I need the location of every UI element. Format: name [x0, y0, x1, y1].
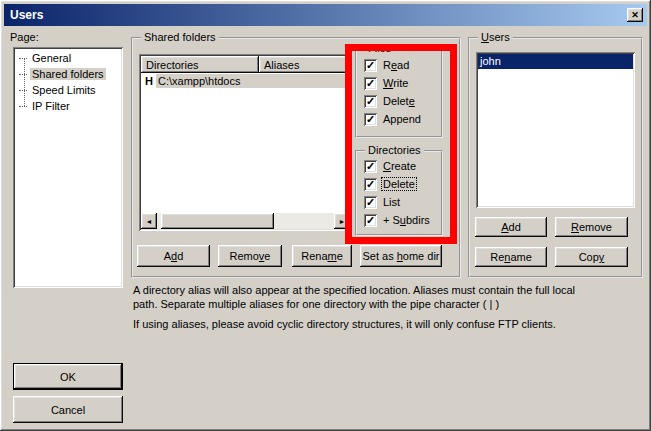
shared-folders-listview: Directories Aliases H C:\xampp\htdocs ◄ …	[139, 54, 352, 231]
cyclic-note: If using aliases, please avoid cyclic di…	[133, 317, 625, 331]
users-list: john	[476, 52, 635, 208]
button-label: Add	[164, 250, 184, 262]
title-bar[interactable]: Users ✕	[4, 4, 647, 26]
tree-stub-icon	[19, 106, 27, 107]
page-label: Page:	[10, 31, 39, 43]
users-group-label: Users	[478, 31, 513, 43]
rename-folder-button[interactable]: Rename	[292, 245, 352, 267]
tree-stub-icon	[19, 58, 27, 59]
ok-button[interactable]: OK	[13, 363, 123, 390]
listview-header: Directories Aliases	[141, 56, 350, 73]
window-title: Users	[10, 8, 627, 22]
users-dialog: Users ✕ Page: General Shared folders Spe…	[0, 0, 651, 431]
alias-note: A directory alias will also appear at th…	[133, 283, 625, 311]
add-folder-button[interactable]: Add	[137, 245, 210, 267]
remove-folder-button[interactable]: Remove	[218, 245, 282, 267]
remove-user-button[interactable]: Remove	[555, 217, 628, 237]
sidebar-item-label: Speed Limits	[30, 84, 98, 96]
close-button[interactable]: ✕	[627, 8, 643, 22]
list-item-user[interactable]: john	[478, 54, 633, 69]
user-name: john	[480, 55, 501, 67]
listview-body: H C:\xampp\htdocs	[141, 73, 350, 213]
column-header-aliases[interactable]: Aliases	[259, 56, 350, 73]
rename-user-button[interactable]: Rename	[475, 247, 547, 267]
ok-button-label: OK	[60, 371, 76, 383]
add-user-button[interactable]: Add	[475, 217, 547, 237]
button-label: Copy	[579, 251, 605, 263]
scrollbar-thumb[interactable]	[161, 213, 274, 229]
sidebar-item-ip-filter[interactable]: IP Filter	[19, 98, 121, 114]
column-header-directories[interactable]: Directories	[141, 56, 259, 73]
button-label: Rename	[301, 250, 343, 262]
directory-cell: C:\xampp\htdocs	[156, 74, 350, 88]
button-label: Remove	[230, 250, 271, 262]
close-icon: ✕	[631, 11, 639, 20]
cancel-button-label: Cancel	[51, 404, 85, 416]
sidebar-item-label: General	[30, 52, 73, 64]
home-marker: H	[141, 75, 156, 87]
notes-section: A directory alias will also appear at th…	[133, 283, 625, 337]
sidebar-item-general[interactable]: General	[19, 50, 121, 66]
page-list: General Shared folders Speed Limits IP F…	[13, 47, 123, 288]
column-header-label: Directories	[146, 59, 199, 71]
sidebar-item-shared-folders[interactable]: Shared folders	[19, 66, 121, 82]
cancel-button[interactable]: Cancel	[13, 396, 123, 423]
annotation-red-rectangle	[345, 44, 457, 244]
horizontal-scrollbar[interactable]: ◄ ►	[141, 213, 350, 229]
scroll-left-icon: ◄	[146, 218, 153, 225]
shared-folders-group-label: Shared folders	[141, 31, 219, 43]
sidebar-item-label: Shared folders	[30, 68, 106, 80]
button-label: Rename	[490, 251, 532, 263]
sidebar-item-label: IP Filter	[30, 100, 72, 112]
button-label: Remove	[571, 221, 612, 233]
scrollbar-track[interactable]	[274, 213, 334, 229]
button-label: Add	[501, 221, 521, 233]
button-label: Set as home dir	[362, 250, 439, 262]
set-as-home-dir-button[interactable]: Set as home dir	[360, 245, 442, 267]
copy-user-button[interactable]: Copy	[555, 247, 628, 267]
sidebar-item-speed-limits[interactable]: Speed Limits	[19, 82, 121, 98]
tree-stub-icon	[19, 90, 27, 91]
table-row[interactable]: H C:\xampp\htdocs	[141, 73, 350, 89]
scroll-left-button[interactable]: ◄	[141, 213, 157, 229]
column-header-label: Aliases	[264, 59, 299, 71]
tree-stub-icon	[19, 74, 27, 75]
